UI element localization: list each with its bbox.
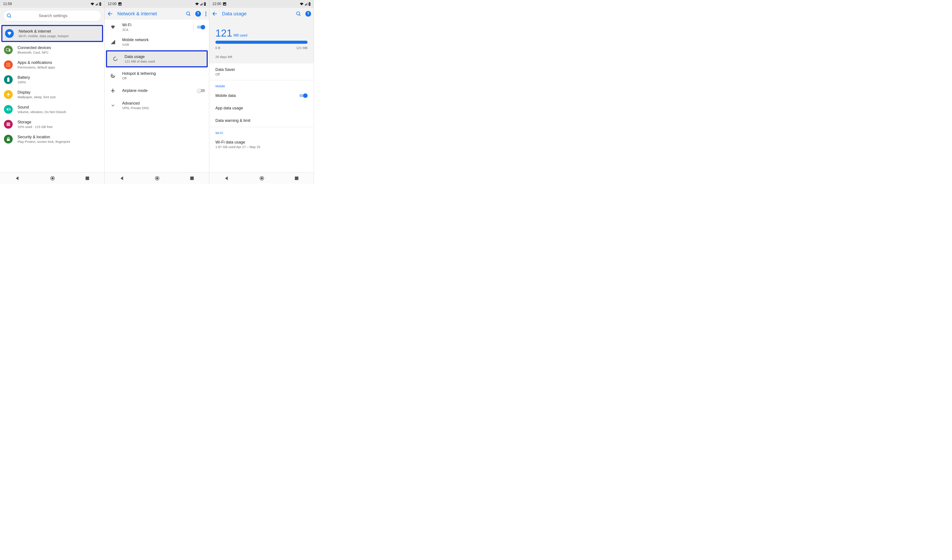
nav-back-icon[interactable] [15,176,20,180]
app-bar: Network & internet ? [105,8,209,20]
wifi-usage-title: Wi-Fi data usage [215,140,260,145]
row-mobile-data[interactable]: Mobile data [209,89,314,102]
status-icons [300,2,311,6]
search-icon [186,11,191,16]
network-row-advanced[interactable]: AdvancedVPN, Private DNS [105,98,209,113]
settings-list: Network & internetWi-Fi, mobile, data us… [0,25,104,172]
svg-rect-17 [6,124,10,125]
settings-row-connected-devices[interactable]: Connected devicesBluetooth, Cast, NFC [0,42,104,57]
status-time: 11:59 [3,2,12,6]
signal-icon [304,2,308,5]
sound-icon [4,105,13,114]
settings-row-display[interactable]: DisplayWallpaper, sleep, font size [0,87,104,102]
back-arrow-icon [212,11,218,17]
row-data-saver[interactable]: Data Saver Off [209,63,314,80]
status-icons [90,2,101,6]
search-button[interactable] [186,11,191,16]
wi-fi-toggle[interactable] [197,25,205,29]
row-subtitle: Volume, vibration, Do Not Disturb [17,110,66,114]
signal-icon [95,2,98,5]
picture-icon [118,2,122,6]
overflow-menu[interactable] [206,12,206,16]
settings-row-sound[interactable]: SoundVolume, vibration, Do Not Disturb [0,102,104,117]
app-bar: Data usage ? [209,8,314,20]
svg-rect-23 [118,2,122,5]
network-row-mobile-network[interactable]: Mobile networkVzW [105,35,209,49]
vertical-divider [193,23,194,31]
svg-rect-18 [6,125,10,126]
mobile-data-label: Mobile data [215,93,236,98]
settings-row-network-internet[interactable]: Network & internetWi-Fi, mobile, data us… [2,26,102,41]
svg-rect-14 [8,77,9,78]
svg-point-10 [6,66,8,67]
signal-icon [200,2,203,5]
nav-recent-icon[interactable] [190,176,194,180]
search-settings[interactable]: Search settings [3,10,101,22]
row-title: Data usage [125,54,155,59]
row-app-data-usage[interactable]: App data usage [209,102,314,114]
row-wifi-data-usage[interactable]: Wi-Fi data usage 1.87 GB used Apr 27 – M… [209,136,314,153]
status-time: 12:00 [108,2,116,6]
nav-recent-icon[interactable] [85,176,90,180]
nav-recent-icon[interactable] [294,176,299,180]
svg-rect-38 [295,176,298,180]
row-data-warning-limit[interactable]: Data warning & limit [209,114,314,127]
airplane-mode-toggle[interactable] [197,88,205,93]
mobile-data-toggle[interactable] [299,93,308,98]
back-button[interactable] [107,11,113,17]
help-button[interactable]: ? [305,11,311,17]
storage-icon [4,120,13,129]
svg-point-15 [7,93,9,96]
settings-row-storage[interactable]: Storage10% used · 115 GB free [0,117,104,132]
wifi-fan-icon [5,29,14,38]
nav-home-icon[interactable] [50,176,55,181]
usage-max: 121 MB [296,46,308,50]
svg-rect-3 [9,49,10,51]
settings-row-apps-notifications[interactable]: Apps & notificationsPermissions, default… [0,57,104,72]
svg-rect-16 [6,123,10,123]
row-subtitle: JCA [122,28,131,31]
battery-icon [308,2,311,6]
picture-icon [223,2,226,6]
back-arrow-icon [107,11,113,17]
search-button[interactable] [296,11,301,16]
row-subtitle: 121 MB of data used [125,60,155,63]
network-row-hotspot-tethering[interactable]: Hotspot & tetheringOff [105,68,209,83]
svg-rect-2 [6,49,9,51]
usage-summary: 121 MB used 0 B 121 MB 20 days left [209,20,314,63]
datacircle-icon [111,54,120,63]
usage-unit: MB used [233,34,247,37]
row-subtitle: Permissions, default apps [17,65,55,69]
help-button[interactable]: ? [195,11,201,17]
svg-point-37 [261,177,263,179]
nav-home-icon[interactable] [155,176,160,181]
settings-row-security-location[interactable]: Security & locationPlay Protect, screen … [0,132,104,147]
network-row-wi-fi[interactable]: Wi-FiJCA [105,20,209,35]
svg-rect-1 [100,2,101,3]
wifi-icon [195,2,199,5]
battery-icon [204,2,206,6]
airplane-icon [108,86,117,95]
network-row-airplane-mode[interactable]: Airplane mode [105,83,209,98]
svg-point-7 [6,64,8,65]
row-title: Storage [17,120,53,125]
svg-point-21 [51,177,54,179]
nav-home-icon[interactable] [259,176,264,181]
nav-back-icon[interactable] [224,176,229,180]
network-row-data-usage[interactable]: Data usage121 MB of data used [107,51,207,66]
chevron-icon [108,101,117,110]
svg-point-9 [9,64,10,65]
wifi-usage-sub: 1.87 GB used Apr 27 – May 25 [215,145,260,149]
row-title: Wi-Fi [122,23,131,27]
svg-rect-33 [223,2,226,5]
row-title: Connected devices [17,45,51,50]
devices-icon [4,45,13,54]
row-subtitle: Off [122,76,156,80]
row-title: Mobile network [122,38,148,42]
status-icons [195,2,206,6]
nav-back-icon[interactable] [120,176,125,180]
svg-point-8 [8,64,9,65]
settings-row-battery[interactable]: Battery100% [0,72,104,87]
usage-progress-bar [215,41,308,44]
back-button[interactable] [212,11,218,17]
